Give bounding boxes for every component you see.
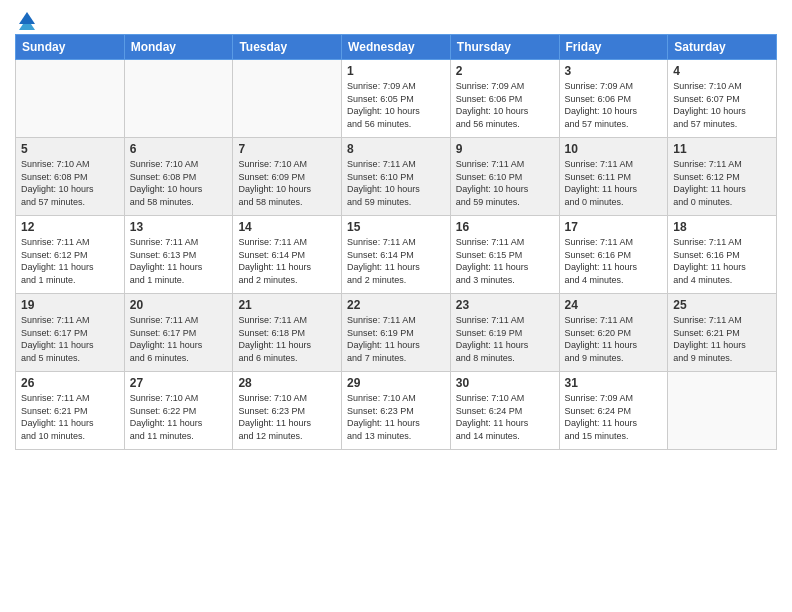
day-info: Sunrise: 7:11 AM Sunset: 6:10 PM Dayligh… xyxy=(347,158,445,208)
day-info: Sunrise: 7:11 AM Sunset: 6:21 PM Dayligh… xyxy=(21,392,119,442)
calendar-cell xyxy=(668,372,777,450)
calendar-cell xyxy=(233,60,342,138)
calendar-cell: 7Sunrise: 7:10 AM Sunset: 6:09 PM Daylig… xyxy=(233,138,342,216)
day-number: 16 xyxy=(456,220,554,234)
day-number: 20 xyxy=(130,298,228,312)
day-number: 18 xyxy=(673,220,771,234)
calendar-table: SundayMondayTuesdayWednesdayThursdayFrid… xyxy=(15,34,777,450)
calendar-cell: 16Sunrise: 7:11 AM Sunset: 6:15 PM Dayli… xyxy=(450,216,559,294)
day-info: Sunrise: 7:11 AM Sunset: 6:12 PM Dayligh… xyxy=(673,158,771,208)
calendar-cell: 22Sunrise: 7:11 AM Sunset: 6:19 PM Dayli… xyxy=(342,294,451,372)
calendar-cell: 15Sunrise: 7:11 AM Sunset: 6:14 PM Dayli… xyxy=(342,216,451,294)
day-number: 7 xyxy=(238,142,336,156)
weekday-header-sunday: Sunday xyxy=(16,35,125,60)
day-info: Sunrise: 7:09 AM Sunset: 6:06 PM Dayligh… xyxy=(565,80,663,130)
day-number: 10 xyxy=(565,142,663,156)
calendar-cell: 31Sunrise: 7:09 AM Sunset: 6:24 PM Dayli… xyxy=(559,372,668,450)
calendar-week-row: 1Sunrise: 7:09 AM Sunset: 6:05 PM Daylig… xyxy=(16,60,777,138)
weekday-header-row: SundayMondayTuesdayWednesdayThursdayFrid… xyxy=(16,35,777,60)
weekday-header-friday: Friday xyxy=(559,35,668,60)
day-info: Sunrise: 7:10 AM Sunset: 6:08 PM Dayligh… xyxy=(130,158,228,208)
day-info: Sunrise: 7:09 AM Sunset: 6:06 PM Dayligh… xyxy=(456,80,554,130)
calendar-cell: 4Sunrise: 7:10 AM Sunset: 6:07 PM Daylig… xyxy=(668,60,777,138)
day-number: 9 xyxy=(456,142,554,156)
calendar-cell: 30Sunrise: 7:10 AM Sunset: 6:24 PM Dayli… xyxy=(450,372,559,450)
weekday-header-wednesday: Wednesday xyxy=(342,35,451,60)
day-info: Sunrise: 7:10 AM Sunset: 6:22 PM Dayligh… xyxy=(130,392,228,442)
day-info: Sunrise: 7:11 AM Sunset: 6:13 PM Dayligh… xyxy=(130,236,228,286)
day-number: 17 xyxy=(565,220,663,234)
calendar-cell: 17Sunrise: 7:11 AM Sunset: 6:16 PM Dayli… xyxy=(559,216,668,294)
day-number: 13 xyxy=(130,220,228,234)
day-info: Sunrise: 7:11 AM Sunset: 6:12 PM Dayligh… xyxy=(21,236,119,286)
day-number: 3 xyxy=(565,64,663,78)
svg-marker-1 xyxy=(19,24,35,30)
calendar-cell: 20Sunrise: 7:11 AM Sunset: 6:17 PM Dayli… xyxy=(124,294,233,372)
calendar-cell: 25Sunrise: 7:11 AM Sunset: 6:21 PM Dayli… xyxy=(668,294,777,372)
calendar-cell: 5Sunrise: 7:10 AM Sunset: 6:08 PM Daylig… xyxy=(16,138,125,216)
day-number: 14 xyxy=(238,220,336,234)
day-number: 30 xyxy=(456,376,554,390)
day-info: Sunrise: 7:11 AM Sunset: 6:16 PM Dayligh… xyxy=(565,236,663,286)
calendar-week-row: 19Sunrise: 7:11 AM Sunset: 6:17 PM Dayli… xyxy=(16,294,777,372)
day-info: Sunrise: 7:11 AM Sunset: 6:21 PM Dayligh… xyxy=(673,314,771,364)
day-number: 29 xyxy=(347,376,445,390)
day-number: 15 xyxy=(347,220,445,234)
day-info: Sunrise: 7:10 AM Sunset: 6:08 PM Dayligh… xyxy=(21,158,119,208)
calendar-cell xyxy=(124,60,233,138)
logo-icon xyxy=(17,10,37,30)
day-info: Sunrise: 7:10 AM Sunset: 6:09 PM Dayligh… xyxy=(238,158,336,208)
day-info: Sunrise: 7:09 AM Sunset: 6:05 PM Dayligh… xyxy=(347,80,445,130)
day-number: 12 xyxy=(21,220,119,234)
day-number: 1 xyxy=(347,64,445,78)
day-number: 4 xyxy=(673,64,771,78)
calendar-cell: 6Sunrise: 7:10 AM Sunset: 6:08 PM Daylig… xyxy=(124,138,233,216)
calendar-cell: 19Sunrise: 7:11 AM Sunset: 6:17 PM Dayli… xyxy=(16,294,125,372)
calendar-cell: 26Sunrise: 7:11 AM Sunset: 6:21 PM Dayli… xyxy=(16,372,125,450)
calendar-cell: 11Sunrise: 7:11 AM Sunset: 6:12 PM Dayli… xyxy=(668,138,777,216)
weekday-header-monday: Monday xyxy=(124,35,233,60)
day-number: 5 xyxy=(21,142,119,156)
calendar-cell: 27Sunrise: 7:10 AM Sunset: 6:22 PM Dayli… xyxy=(124,372,233,450)
calendar-cell: 18Sunrise: 7:11 AM Sunset: 6:16 PM Dayli… xyxy=(668,216,777,294)
header xyxy=(15,10,777,26)
day-number: 28 xyxy=(238,376,336,390)
day-info: Sunrise: 7:11 AM Sunset: 6:18 PM Dayligh… xyxy=(238,314,336,364)
calendar-cell: 3Sunrise: 7:09 AM Sunset: 6:06 PM Daylig… xyxy=(559,60,668,138)
day-number: 22 xyxy=(347,298,445,312)
day-info: Sunrise: 7:10 AM Sunset: 6:23 PM Dayligh… xyxy=(347,392,445,442)
calendar-week-row: 12Sunrise: 7:11 AM Sunset: 6:12 PM Dayli… xyxy=(16,216,777,294)
calendar-cell xyxy=(16,60,125,138)
calendar-cell: 23Sunrise: 7:11 AM Sunset: 6:19 PM Dayli… xyxy=(450,294,559,372)
calendar-cell: 13Sunrise: 7:11 AM Sunset: 6:13 PM Dayli… xyxy=(124,216,233,294)
calendar-cell: 14Sunrise: 7:11 AM Sunset: 6:14 PM Dayli… xyxy=(233,216,342,294)
calendar-cell: 29Sunrise: 7:10 AM Sunset: 6:23 PM Dayli… xyxy=(342,372,451,450)
day-number: 27 xyxy=(130,376,228,390)
day-number: 23 xyxy=(456,298,554,312)
calendar-cell: 9Sunrise: 7:11 AM Sunset: 6:10 PM Daylig… xyxy=(450,138,559,216)
day-info: Sunrise: 7:10 AM Sunset: 6:07 PM Dayligh… xyxy=(673,80,771,130)
calendar-cell: 1Sunrise: 7:09 AM Sunset: 6:05 PM Daylig… xyxy=(342,60,451,138)
day-info: Sunrise: 7:11 AM Sunset: 6:19 PM Dayligh… xyxy=(456,314,554,364)
calendar-cell: 2Sunrise: 7:09 AM Sunset: 6:06 PM Daylig… xyxy=(450,60,559,138)
calendar-cell: 10Sunrise: 7:11 AM Sunset: 6:11 PM Dayli… xyxy=(559,138,668,216)
day-info: Sunrise: 7:11 AM Sunset: 6:16 PM Dayligh… xyxy=(673,236,771,286)
day-number: 2 xyxy=(456,64,554,78)
day-number: 11 xyxy=(673,142,771,156)
calendar-week-row: 26Sunrise: 7:11 AM Sunset: 6:21 PM Dayli… xyxy=(16,372,777,450)
weekday-header-thursday: Thursday xyxy=(450,35,559,60)
logo xyxy=(15,10,37,26)
calendar-week-row: 5Sunrise: 7:10 AM Sunset: 6:08 PM Daylig… xyxy=(16,138,777,216)
day-info: Sunrise: 7:11 AM Sunset: 6:14 PM Dayligh… xyxy=(347,236,445,286)
day-number: 19 xyxy=(21,298,119,312)
day-info: Sunrise: 7:11 AM Sunset: 6:17 PM Dayligh… xyxy=(130,314,228,364)
day-info: Sunrise: 7:11 AM Sunset: 6:14 PM Dayligh… xyxy=(238,236,336,286)
day-number: 24 xyxy=(565,298,663,312)
page: SundayMondayTuesdayWednesdayThursdayFrid… xyxy=(0,0,792,612)
day-info: Sunrise: 7:10 AM Sunset: 6:24 PM Dayligh… xyxy=(456,392,554,442)
day-info: Sunrise: 7:11 AM Sunset: 6:17 PM Dayligh… xyxy=(21,314,119,364)
day-info: Sunrise: 7:11 AM Sunset: 6:19 PM Dayligh… xyxy=(347,314,445,364)
day-number: 8 xyxy=(347,142,445,156)
day-number: 26 xyxy=(21,376,119,390)
weekday-header-saturday: Saturday xyxy=(668,35,777,60)
